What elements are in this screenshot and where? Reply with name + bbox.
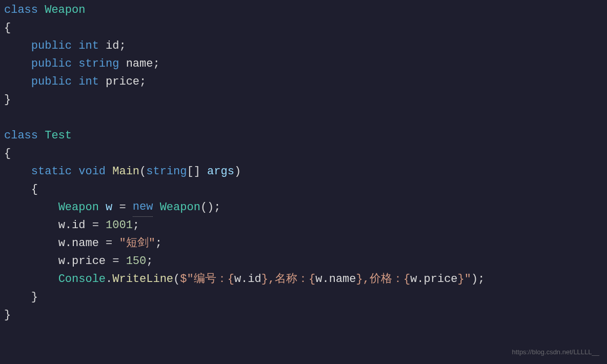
paren-open: (: [173, 270, 180, 288]
field-id: id: [106, 37, 119, 55]
field-name: name: [126, 55, 153, 73]
keyword-void: void: [78, 163, 106, 180]
expr-wid: w.id: [234, 270, 261, 288]
string-interpolated: }": [458, 270, 471, 288]
field-price: price: [106, 73, 139, 91]
code-line: w.price = 150;: [4, 252, 607, 270]
code-line: {: [4, 145, 607, 163]
brace-close: }: [4, 306, 11, 324]
semicolon: ;: [155, 234, 162, 252]
code-line: static void Main(string[] args): [4, 163, 607, 180]
paren-close: ): [471, 270, 478, 288]
variable-w: w: [58, 216, 65, 234]
keyword-class: class: [4, 1, 38, 19]
semicolon: ;: [119, 37, 126, 55]
dot: .: [106, 270, 112, 288]
code-line: Console.WriteLine($"编号：{w.id},名称：{w.name…: [4, 270, 607, 288]
paren-close: ): [234, 163, 241, 180]
number-literal: 150: [126, 252, 147, 270]
dot: .: [65, 252, 72, 270]
param-args: args: [207, 163, 234, 180]
brace-close: }: [31, 288, 38, 306]
method-writeline: WriteLine: [112, 270, 173, 288]
brace-open: {: [4, 19, 11, 37]
code-line: class Test: [4, 127, 607, 145]
code-editor[interactable]: class Weapon { public int id; public str…: [0, 1, 607, 324]
field-id: id: [72, 216, 85, 234]
brace-close: }: [4, 91, 11, 109]
code-line: [4, 109, 607, 127]
brace-open: {: [4, 145, 11, 163]
code-line: w.name = "短剑";: [4, 234, 607, 252]
semicolon: ;: [133, 216, 139, 234]
semicolon: ;: [146, 252, 153, 270]
type-weapon: Weapon: [45, 1, 85, 19]
code-line: class Weapon: [4, 1, 607, 19]
code-line: Weapon w = new Weapon();: [4, 198, 607, 216]
semicolon: ;: [139, 73, 146, 91]
code-line: }: [4, 306, 607, 324]
type-console: Console: [58, 270, 106, 288]
parens: (): [200, 198, 214, 216]
string-interpolated: $"编号：{: [180, 270, 234, 288]
keyword-public: public: [31, 37, 72, 55]
string-interpolated: },名称：{: [261, 270, 316, 288]
code-line: w.id = 1001;: [4, 216, 607, 234]
variable-w: w: [58, 234, 65, 252]
string-interpolated: },价格：{: [356, 270, 411, 288]
keyword-string: string: [146, 163, 187, 180]
dot: .: [65, 234, 72, 252]
string-literal: "短剑": [119, 234, 155, 252]
expr-wprice: w.price: [410, 270, 457, 288]
keyword-static: static: [31, 163, 72, 180]
code-line: public string name;: [4, 55, 607, 73]
paren-open: (: [139, 163, 146, 180]
keyword-int: int: [78, 37, 99, 55]
brace-open: {: [31, 180, 38, 198]
number-literal: 1001: [106, 216, 133, 234]
keyword-string: string: [78, 55, 119, 73]
watermark-text: https://blog.csdn.net/LLLLL__: [512, 347, 599, 358]
semicolon: ;: [153, 55, 159, 73]
type-test: Test: [45, 127, 72, 145]
code-line: public int id;: [4, 37, 607, 55]
code-line: {: [4, 19, 607, 37]
keyword-public: public: [31, 73, 72, 91]
type-weapon: Weapon: [160, 198, 200, 216]
equals: =: [119, 198, 126, 216]
field-name: name: [72, 234, 99, 252]
type-weapon: Weapon: [58, 198, 99, 216]
code-line: }: [4, 91, 607, 109]
field-price: price: [72, 252, 106, 270]
equals: =: [106, 234, 112, 252]
method-main: Main: [112, 163, 139, 180]
code-line: }: [4, 288, 607, 306]
equals: =: [112, 252, 119, 270]
expr-wname: w.name: [315, 270, 356, 288]
code-line: {: [4, 180, 607, 198]
keyword-class: class: [4, 127, 38, 145]
code-line: public int price;: [4, 73, 607, 91]
semicolon: ;: [214, 198, 220, 216]
brackets: []: [187, 163, 200, 180]
keyword-int: int: [78, 73, 99, 91]
semicolon: ;: [478, 270, 484, 288]
equals: =: [92, 216, 99, 234]
dot: .: [65, 216, 72, 234]
keyword-public: public: [31, 55, 72, 73]
variable-w: w: [58, 252, 65, 270]
variable-w: w: [106, 198, 112, 216]
keyword-new: new: [133, 198, 153, 216]
